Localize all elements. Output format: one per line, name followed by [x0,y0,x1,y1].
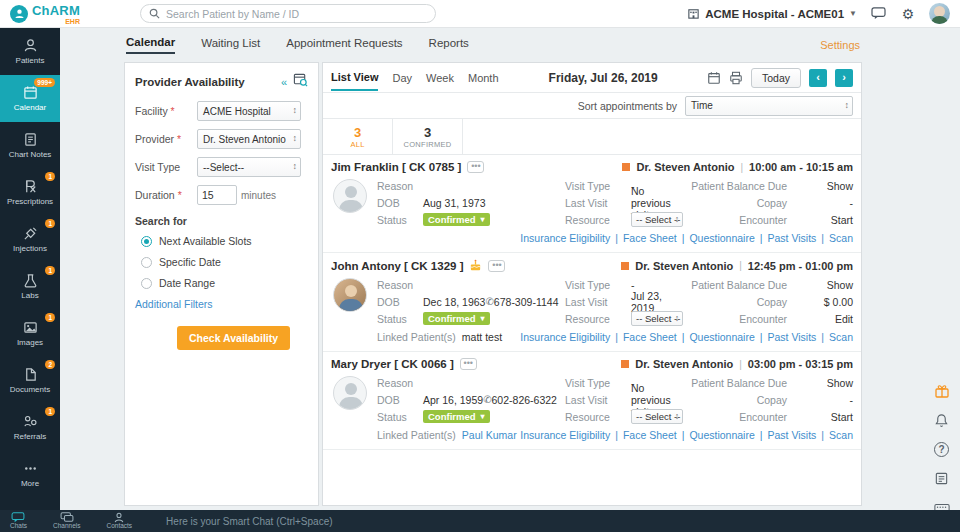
scan-link[interactable]: Scan [816,331,853,343]
channels-button[interactable]: Channels [53,512,80,530]
user-avatar[interactable] [929,3,950,24]
radio-date-range[interactable]: Date Range [135,277,308,289]
encounter-action-link[interactable]: Start [795,408,853,425]
print-icon[interactable] [729,71,743,85]
status-badge[interactable]: Confirmed [423,312,490,325]
contacts-button[interactable]: Contacts [106,512,132,530]
radio-next-available-slots[interactable]: Next Available Slots [135,235,308,247]
patient-avatar[interactable] [333,278,367,312]
provider-select[interactable]: Dr. Steven Antonio [197,129,301,149]
last-visit-link[interactable]: Jul 23, 2019 [631,293,683,310]
smart-chat-input[interactable]: Here is your Smart Chat (Ctrl+Space) [166,516,332,527]
check-availability-button[interactable]: Check Availability [177,326,290,350]
status-badge[interactable]: Confirmed [423,213,490,226]
visit-type-select[interactable]: --Select-- [197,157,301,177]
radio-icon [141,278,152,289]
badge: 1 [45,407,55,416]
scan-link[interactable]: Scan [816,429,853,441]
messages-icon[interactable] [869,5,887,23]
past-visits-link[interactable]: Past Visits [755,429,817,441]
appointment-card: Mary Dryer [ CK 0066 ] ••• Dr. Steven An… [323,352,861,450]
scan-link[interactable]: Scan [816,232,853,244]
view-tab-month[interactable]: Month [468,66,499,90]
feedback-form-icon[interactable] [933,470,950,487]
next-day-button[interactable]: › [835,69,853,87]
injections-icon [23,226,38,241]
counter-all[interactable]: 3 ALL [323,119,393,154]
tab-calendar[interactable]: Calendar [126,36,175,54]
questionnaire-link[interactable]: Questionnaire [677,331,755,343]
radio-specific-date[interactable]: Specific Date [135,256,308,268]
sidebar-item-injections[interactable]: Injections 1 [0,216,60,263]
patient-search[interactable] [140,4,436,23]
collapse-panel-icon[interactable]: « [281,76,287,88]
insurance-eligibility-link[interactable]: Insurance Eligibility [520,232,610,244]
sidebar-item-images[interactable]: Images 1 [0,310,60,357]
resource-select[interactable]: -- Select -- [631,409,683,424]
sidebar-item-more[interactable]: More [0,451,60,498]
app-logo[interactable]: ChARM EHR [10,2,114,25]
help-icon[interactable]: ? [934,442,949,457]
date-picker-icon[interactable] [707,71,721,85]
face-sheet-link[interactable]: Face Sheet [610,232,676,244]
appointment-color-square [622,163,630,171]
sort-select[interactable]: Time [685,96,853,116]
comment-icon[interactable]: ••• [488,260,505,272]
sidebar-item-chart-notes[interactable]: Chart Notes [0,122,60,169]
balance-show-link[interactable]: Show [795,374,853,391]
encounter-action-link[interactable]: Start [795,211,853,228]
prev-day-button[interactable]: ‹ [809,69,827,87]
sidebar-item-calendar[interactable]: Calendar 999+ [0,75,60,122]
sidebar-item-documents[interactable]: Documents 2 [0,357,60,404]
insurance-eligibility-link[interactable]: Insurance Eligibility [520,331,610,343]
patients-icon [23,38,38,53]
sidebar-item-prescriptions[interactable]: Prescriptions 1 [0,169,60,216]
gift-icon[interactable] [933,382,950,399]
insurance-eligibility-link[interactable]: Insurance Eligibility [520,429,610,441]
patient-name[interactable]: Jim Franklin [ CK 0785 ] [331,161,461,173]
sidebar-item-referrals[interactable]: Referrals 1 [0,404,60,451]
status-badge[interactable]: Confirmed [423,410,490,423]
comment-icon[interactable]: ••• [460,358,477,370]
balance-show-link[interactable]: Show [795,177,853,194]
past-visits-link[interactable]: Past Visits [755,331,817,343]
today-button[interactable]: Today [751,68,801,88]
view-tab-day[interactable]: Day [392,66,412,90]
resource-select[interactable]: -- Select -- [631,311,683,326]
counter-confirmed[interactable]: 3 CONFIRMED [393,119,463,154]
additional-filters-link[interactable]: Additional Filters [135,298,308,310]
past-visits-link[interactable]: Past Visits [755,232,817,244]
sidebar-item-labs[interactable]: Labs 1 [0,263,60,310]
images-icon [23,320,38,335]
sidebar-item-patients[interactable]: Patients [0,28,60,75]
patient-avatar[interactable] [333,179,367,213]
facility-select[interactable]: ACME Hospital [197,101,301,121]
face-sheet-link[interactable]: Face Sheet [610,429,676,441]
questionnaire-link[interactable]: Questionnaire [677,232,755,244]
encounter-action-link[interactable]: Edit [795,310,853,327]
tab-appointment-requests[interactable]: Appointment Requests [286,37,402,53]
gear-icon[interactable]: ⚙ [899,5,917,23]
view-tab-list[interactable]: List View [331,65,378,91]
search-input[interactable] [166,8,427,20]
tab-reports[interactable]: Reports [429,37,469,53]
settings-link[interactable]: Settings [820,39,860,51]
questionnaire-link[interactable]: Questionnaire [677,429,755,441]
appointment-time: 12:45 pm - 01:00 pm [748,260,853,272]
view-tab-week[interactable]: Week [426,66,454,90]
patient-name[interactable]: Mary Dryer [ CK 0066 ] [331,358,454,370]
badge: 1 [45,219,55,228]
balance-show-link[interactable]: Show [795,276,853,293]
face-sheet-link[interactable]: Face Sheet [610,331,676,343]
notifications-bell-icon[interactable] [933,412,950,429]
org-selector[interactable]: ACME Hospital - ACME01 ▼ [687,7,857,20]
linked-patient-link[interactable]: Paul Kumar [462,429,517,441]
patient-name[interactable]: John Antony [ CK 1329 ] [331,260,463,272]
availability-search-icon[interactable] [293,72,308,91]
duration-input[interactable] [197,185,237,205]
tab-waiting-list[interactable]: Waiting List [201,37,260,53]
resource-select[interactable]: -- Select -- [631,212,683,227]
comment-icon[interactable]: ••• [467,161,484,173]
chats-button[interactable]: Chats [10,512,27,530]
patient-avatar[interactable] [333,376,367,410]
